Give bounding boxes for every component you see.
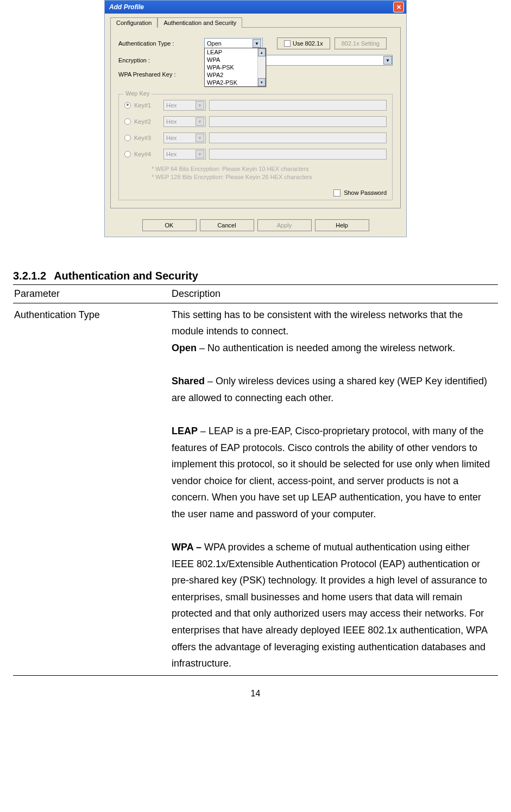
use-8021x-button[interactable]: Use 802.1x	[277, 37, 330, 49]
chevron-down-icon: ▼	[195, 117, 204, 126]
tab-panel: Authentication Type : Open ▼ Use 802.1x …	[110, 27, 401, 208]
label-key1: Key#1	[134, 102, 160, 109]
page-number: 14	[13, 689, 498, 699]
window-title: Add Profile	[109, 3, 144, 11]
option-wpa-psk[interactable]: WPA-PSK	[205, 64, 266, 71]
tab-configuration[interactable]: Configuration	[110, 17, 157, 28]
th-description: Description	[171, 284, 498, 303]
desc-open-b: Open	[172, 342, 197, 353]
key2-input	[209, 116, 387, 127]
label-key4: Key#4	[134, 151, 160, 157]
desc-leap-b: LEAP	[172, 426, 198, 436]
wep-hint-64: * WEP 64 Bits Encryption: Please Keyin 1…	[152, 165, 387, 173]
key4-input	[209, 149, 387, 160]
key2-format-select: Hex▼	[163, 116, 206, 127]
auth-type-select[interactable]: Open ▼	[204, 38, 263, 49]
chevron-down-icon[interactable]: ▼	[253, 39, 261, 48]
key3-input	[209, 132, 387, 143]
key4-format-select: Hex▼	[163, 149, 206, 160]
radio-key2	[124, 118, 131, 125]
scroll-down-icon[interactable]: ▾	[258, 78, 266, 86]
chevron-down-icon: ▼	[195, 134, 204, 142]
chevron-down-icon[interactable]: ▼	[383, 56, 392, 65]
desc-wpa-b: WPA –	[172, 542, 201, 553]
cell-description: This setting has to be consistent with t…	[171, 303, 498, 675]
option-leap[interactable]: LEAP	[205, 48, 266, 56]
document-body: 3.2.1.2Authentication and Security Param…	[0, 270, 511, 699]
label-encryption: Encryption :	[118, 57, 200, 64]
titlebar: Add Profile ✕	[105, 1, 406, 14]
show-password-label: Show Password	[344, 189, 387, 196]
key1-input	[209, 100, 387, 111]
dropdown-scrollbar[interactable]: ▴ ▾	[257, 48, 266, 86]
desc-shared-b: Shared	[172, 376, 205, 386]
section-number: 3.2.1.2	[13, 270, 46, 282]
desc-open-t: – No authentication is needed among the …	[197, 342, 455, 353]
chevron-down-icon: ▼	[195, 101, 204, 110]
scroll-up-icon[interactable]: ▴	[258, 48, 266, 56]
desc-wpa-t: WPA provides a scheme of mutual authenti…	[172, 542, 487, 669]
label-preshared-key: WPA Preshared Key :	[118, 71, 200, 78]
cell-parameter: Authentication Type	[13, 303, 171, 675]
group-title: Wep Key	[123, 90, 152, 97]
label-key3: Key#3	[134, 135, 160, 141]
encryption-select[interactable]: ▼	[263, 55, 393, 66]
option-wpa2[interactable]: WPA2	[205, 71, 266, 79]
apply-button: Apply	[257, 219, 312, 231]
tab-auth-security[interactable]: Authentication and Security	[157, 17, 242, 28]
chevron-down-icon: ▼	[195, 150, 204, 158]
th-parameter: Parameter	[13, 284, 171, 303]
auth-type-value: Open	[207, 40, 222, 47]
ok-button[interactable]: OK	[142, 219, 197, 231]
radio-key3	[124, 135, 131, 141]
help-button[interactable]: Help	[315, 219, 369, 231]
tab-strip: Configuration Authentication and Securit…	[105, 14, 406, 27]
option-wpa2-psk[interactable]: WPA2-PSK	[205, 79, 266, 86]
cancel-button[interactable]: Cancel	[200, 219, 254, 231]
option-wpa[interactable]: WPA	[205, 56, 266, 64]
wep-key-group: Wep Key Key#1 Hex▼ Key#2 Hex▼ Key#3 Hex	[118, 94, 393, 200]
auth-type-dropdown[interactable]: LEAP WPA WPA-PSK WPA2 WPA2-PSK ▴ ▾	[204, 48, 266, 87]
label-auth-type: Authentication Type :	[118, 40, 200, 47]
checkbox-icon	[284, 40, 291, 47]
dialog-buttons: OK Cancel Apply Help	[105, 214, 406, 237]
wep-hint-128: * WEP 128 Bits Encryption: Please Keyin …	[152, 173, 387, 181]
desc-leap-t: – LEAP is a pre-EAP, Cisco-proprietary p…	[172, 426, 490, 519]
section-heading: 3.2.1.2Authentication and Security	[13, 270, 498, 282]
parameter-table: Parameter Description Authentication Typ…	[13, 284, 498, 676]
8021x-setting-button: 802.1x Setting	[335, 37, 387, 49]
desc-intro: This setting has to be consistent with t…	[172, 309, 463, 337]
radio-key1	[124, 102, 131, 109]
radio-key4	[124, 151, 131, 157]
add-profile-window: Add Profile ✕ Configuration Authenticati…	[104, 0, 407, 237]
desc-shared-t: – Only wireless devices using a shared k…	[172, 376, 487, 403]
show-password-checkbox[interactable]	[333, 189, 340, 196]
key1-format-select: Hex▼	[163, 100, 206, 111]
section-title: Authentication and Security	[54, 270, 198, 282]
close-icon[interactable]: ✕	[393, 2, 404, 12]
label-key2: Key#2	[134, 118, 160, 125]
key3-format-select: Hex▼	[163, 132, 206, 143]
